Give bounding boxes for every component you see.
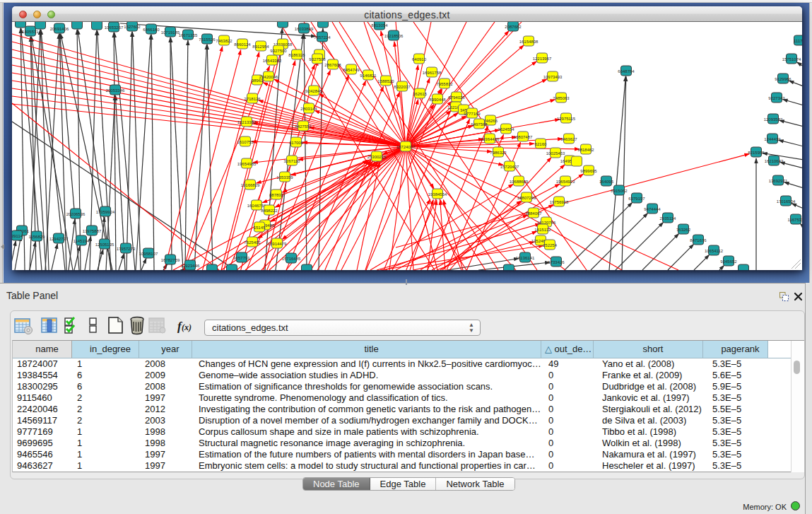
svg-text:887833: 887833 xyxy=(269,193,284,197)
svg-text:2935114: 2935114 xyxy=(660,216,677,221)
svg-text:6794028: 6794028 xyxy=(448,95,465,100)
svg-text:763262: 763262 xyxy=(676,228,691,232)
svg-text:6466160: 6466160 xyxy=(143,28,160,32)
svg-text:164095: 164095 xyxy=(599,180,614,184)
svg-text:13975887: 13975887 xyxy=(83,229,102,233)
svg-text:3624554: 3624554 xyxy=(498,127,514,132)
svg-text:20206536: 20206536 xyxy=(66,212,86,216)
svg-text:1156829: 1156829 xyxy=(29,235,46,239)
svg-text:8471676: 8471676 xyxy=(690,238,707,243)
svg-text:19384554: 19384554 xyxy=(428,192,447,197)
svg-text:19166829: 19166829 xyxy=(241,183,260,187)
svg-text:2867608: 2867608 xyxy=(324,63,341,67)
svg-text:7625402: 7625402 xyxy=(244,240,261,245)
svg-text:15716485: 15716485 xyxy=(282,257,301,261)
svg-text:9899695: 9899695 xyxy=(580,169,597,173)
svg-text:10958107: 10958107 xyxy=(139,252,158,256)
svg-text:16046766: 16046766 xyxy=(247,204,266,208)
svg-text:9129966: 9129966 xyxy=(775,77,792,81)
svg-text:8186328: 8186328 xyxy=(288,53,305,57)
svg-text:16671355: 16671355 xyxy=(179,33,198,37)
svg-text:17957273: 17957273 xyxy=(117,247,136,251)
svg-text:19756928: 19756928 xyxy=(550,200,569,204)
svg-text:6497568: 6497568 xyxy=(471,122,488,127)
svg-text:13692971: 13692971 xyxy=(769,179,788,183)
svg-text:1405571: 1405571 xyxy=(22,30,39,34)
svg-text:19654923: 19654923 xyxy=(556,180,575,184)
svg-text:8813054: 8813054 xyxy=(371,23,388,28)
svg-text:8498222: 8498222 xyxy=(261,209,278,213)
svg-text:7955812: 7955812 xyxy=(436,82,453,86)
svg-text:18724007: 18724007 xyxy=(396,145,416,149)
svg-text:11170: 11170 xyxy=(794,39,802,43)
svg-text:10688609: 10688609 xyxy=(510,180,529,184)
svg-text:10807487: 10807487 xyxy=(514,135,533,139)
svg-text:9777169: 9777169 xyxy=(464,112,481,116)
svg-text:1588520: 1588520 xyxy=(377,79,394,83)
svg-text:10653267: 10653267 xyxy=(105,25,124,30)
svg-text:(x): (x) xyxy=(182,322,192,332)
svg-text:7515526: 7515526 xyxy=(199,37,216,42)
svg-text:25300215: 25300215 xyxy=(367,155,387,159)
svg-text:1615132: 1615132 xyxy=(534,228,551,232)
svg-text:12213382: 12213382 xyxy=(237,120,257,124)
svg-text:7986322: 7986322 xyxy=(490,151,507,155)
svg-text:9463627: 9463627 xyxy=(560,137,577,141)
svg-text:1167533: 1167533 xyxy=(788,218,802,222)
svg-text:17359924: 17359924 xyxy=(96,210,115,214)
svg-text:16154808: 16154808 xyxy=(519,40,539,44)
svg-text:62160: 62160 xyxy=(535,142,547,146)
svg-text:2087682: 2087682 xyxy=(505,25,522,29)
svg-text:15720407: 15720407 xyxy=(500,165,519,169)
svg-text:10973493: 10973493 xyxy=(543,75,563,79)
svg-text:12942737: 12942737 xyxy=(49,237,69,241)
svg-text:12093582: 12093582 xyxy=(764,117,783,122)
svg-text:3267110: 3267110 xyxy=(284,159,301,163)
svg-text:20053346: 20053346 xyxy=(106,88,125,93)
svg-text:7357224: 7357224 xyxy=(314,35,331,40)
svg-text:7463822: 7463822 xyxy=(216,39,233,43)
svg-text:9242848: 9242848 xyxy=(305,89,322,93)
svg-text:16210643: 16210643 xyxy=(765,159,784,163)
svg-text:9227343: 9227343 xyxy=(768,96,785,100)
svg-text:1145194: 1145194 xyxy=(73,239,90,243)
svg-text:16136141: 16136141 xyxy=(516,256,535,260)
svg-text:17016504: 17016504 xyxy=(777,199,796,204)
svg-text:162615: 162615 xyxy=(413,92,428,96)
svg-text:12505135: 12505135 xyxy=(95,243,114,247)
svg-text:9884067: 9884067 xyxy=(525,211,542,216)
svg-text:9245652: 9245652 xyxy=(720,259,737,264)
svg-text:1244419: 1244419 xyxy=(764,137,781,141)
svg-text:1610755: 1610755 xyxy=(237,140,254,144)
svg-text:16961758: 16961758 xyxy=(423,71,442,75)
svg-text:2718126: 2718126 xyxy=(244,97,261,101)
svg-text:8990448: 8990448 xyxy=(429,98,446,102)
svg-text:9474444: 9474444 xyxy=(644,207,661,211)
svg-text:1353359: 1353359 xyxy=(276,175,293,180)
svg-text:16914479: 16914479 xyxy=(268,242,287,246)
svg-text:10025453: 10025453 xyxy=(546,151,565,156)
svg-text:39114: 39114 xyxy=(12,234,23,238)
svg-text:1733426: 1733426 xyxy=(548,260,565,264)
svg-text:12923446: 12923446 xyxy=(181,264,200,268)
svg-text:8915062: 8915062 xyxy=(611,189,628,193)
svg-text:12975115: 12975115 xyxy=(557,117,576,121)
svg-text:18807249: 18807249 xyxy=(517,196,536,200)
svg-text:23420046: 23420046 xyxy=(259,75,278,79)
svg-text:1527602: 1527602 xyxy=(124,25,141,29)
svg-text:252254: 252254 xyxy=(543,243,558,247)
svg-text:16782759: 16782759 xyxy=(161,258,180,262)
svg-text:9657791: 9657791 xyxy=(233,256,250,260)
svg-text:20364436: 20364436 xyxy=(481,137,500,141)
svg-text:15145: 15145 xyxy=(254,226,266,230)
svg-text:10719185: 10719185 xyxy=(161,30,180,35)
svg-text:9327508: 9327508 xyxy=(309,57,326,62)
svg-text:2803144: 2803144 xyxy=(300,107,317,111)
svg-text:20691406: 20691406 xyxy=(50,27,69,31)
svg-text:19654985: 19654985 xyxy=(237,162,257,166)
svg-text:16543382: 16543382 xyxy=(263,59,282,63)
svg-text:6379197: 6379197 xyxy=(628,197,645,201)
svg-text:15751074: 15751074 xyxy=(782,57,801,62)
svg-text:8660124: 8660124 xyxy=(234,42,251,47)
svg-text:8322037: 8322037 xyxy=(394,85,411,89)
